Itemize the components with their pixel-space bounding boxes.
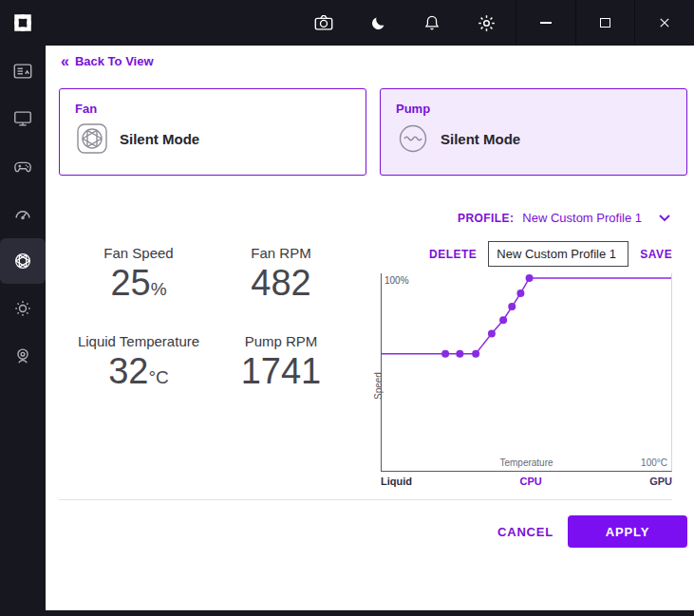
source-tab-gpu[interactable]: GPU <box>649 476 672 487</box>
source-tab-liquid[interactable]: Liquid <box>381 476 412 487</box>
fan-mode-card[interactable]: Fan Silent Mode <box>59 88 366 176</box>
liquid-temperature-stat: Liquid Temperature 32°C <box>53 333 224 392</box>
back-to-view-link[interactable]: « Back To View <box>61 54 154 68</box>
sidebar-item-pc-monitor[interactable] <box>0 96 46 141</box>
y-axis-title: Speed <box>373 372 384 400</box>
sidebar-item-camera[interactable] <box>0 333 46 379</box>
fan-speed-stat: Fan Speed 25% <box>59 245 218 304</box>
liquid-temperature-value: 32°C <box>53 352 224 392</box>
profile-label: PROFILE: <box>458 212 514 225</box>
system-overview-icon <box>12 61 33 82</box>
fan-rpm-label: Fan RPM <box>201 245 361 261</box>
webcam-icon <box>12 345 33 366</box>
profile-edit-row: DELETE SAVE <box>429 241 672 267</box>
y-axis-max-label: 100% <box>385 275 409 286</box>
delete-profile-button[interactable]: DELETE <box>429 248 477 261</box>
sidebar-item-games[interactable] <box>0 143 46 189</box>
pump-mode-card[interactable]: Pump Silent Mode <box>380 88 687 176</box>
pump-liquid-icon <box>396 121 430 156</box>
sidebar-nav <box>0 46 46 616</box>
cooling-fan-icon <box>12 251 33 271</box>
sidebar-item-lighting[interactable] <box>0 286 46 331</box>
fan-rpm-stat: Fan RPM 482 <box>201 245 361 304</box>
gamepad-icon <box>12 156 33 177</box>
titlebar-actions <box>313 0 497 46</box>
liquid-temperature-label: Liquid Temperature <box>53 333 224 349</box>
maximize-button[interactable] <box>575 0 635 46</box>
x-axis-max-label: 100°C <box>641 457 667 468</box>
footer-divider <box>59 499 672 500</box>
lighting-sun-icon <box>12 298 33 319</box>
window-controls <box>516 0 694 46</box>
fan-curve-svg <box>382 273 671 450</box>
pump-rpm-value: 1741 <box>201 352 361 392</box>
x-axis-title: Temperature <box>499 457 553 468</box>
profile-name-input[interactable] <box>488 241 628 267</box>
minimize-icon <box>540 22 552 24</box>
profile-selected-value: New Custom Profile 1 <box>522 211 642 225</box>
pump-mode-label: Silent Mode <box>441 131 520 147</box>
nzxt-logo-icon <box>9 9 36 36</box>
fan-curve-chart[interactable]: 100% Speed Temperature 100°C <box>381 273 672 472</box>
settings-gear-icon[interactable] <box>476 12 497 33</box>
close-icon <box>658 16 671 29</box>
sidebar-item-performance[interactable] <box>0 191 46 236</box>
sidebar-item-cooling[interactable] <box>0 238 46 284</box>
fan-aperture-icon <box>75 121 109 156</box>
temperature-source-tabs: Liquid CPU GPU <box>381 476 672 487</box>
fan-rpm-value: 482 <box>201 264 361 304</box>
fan-speed-value: 25% <box>59 264 218 304</box>
pump-rpm-label: Pump RPM <box>201 333 361 349</box>
dark-mode-moon-icon[interactable] <box>367 12 388 33</box>
window-bottom-edge <box>0 610 694 616</box>
back-chevron-icon: « <box>61 55 69 67</box>
apply-button[interactable]: APPLY <box>568 515 687 548</box>
pc-monitor-icon <box>12 108 33 129</box>
sidebar-item-system-overview[interactable] <box>0 48 46 94</box>
pump-rpm-stat: Pump RPM 1741 <box>201 333 361 392</box>
gauge-icon <box>12 203 33 224</box>
maximize-icon <box>600 18 610 28</box>
source-tab-cpu[interactable]: CPU <box>519 476 541 487</box>
screenshot-camera-icon[interactable] <box>313 12 334 33</box>
save-profile-button[interactable]: SAVE <box>640 248 672 261</box>
nzxt-cam-window: « Back To View Fan Silent Mode Pump Sile… <box>0 0 694 616</box>
pump-card-title: Pump <box>396 102 671 116</box>
fan-mode-label: Silent Mode <box>120 131 199 147</box>
chevron-down-icon <box>659 215 670 222</box>
title-bar <box>0 0 694 46</box>
back-link-label: Back To View <box>75 54 154 68</box>
minimize-button[interactable] <box>516 0 575 46</box>
profile-dropdown[interactable]: New Custom Profile 1 <box>522 211 670 225</box>
close-button[interactable] <box>634 0 694 46</box>
profile-row: PROFILE: New Custom Profile 1 <box>458 211 670 225</box>
notifications-bell-icon[interactable] <box>422 12 442 33</box>
fan-card-title: Fan <box>75 102 350 116</box>
fan-speed-label: Fan Speed <box>59 245 218 261</box>
cancel-button[interactable]: CANCEL <box>492 524 559 540</box>
